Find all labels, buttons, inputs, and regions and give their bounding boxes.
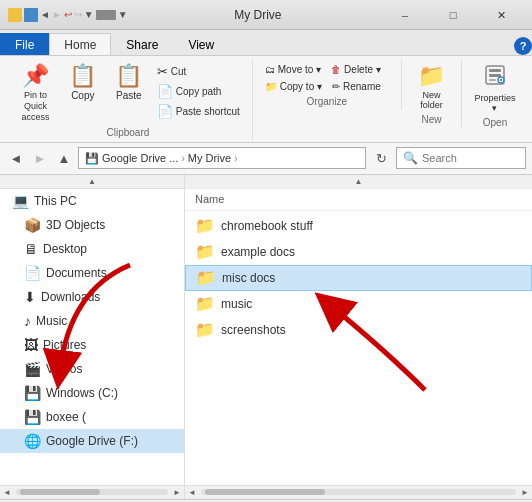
content-hscroll-thumb[interactable] [205,489,325,495]
tab-share[interactable]: Share [111,33,173,55]
delete-icon: 🗑 [331,64,341,75]
sidebar-item-downloads[interactable]: ⬇ Downloads [0,285,184,309]
3d-objects-icon: 📦 [24,217,41,233]
file-list: 📁 chromebook stuff 📁 example docs 📁 misc… [185,211,532,345]
3d-objects-label: 3D Objects [46,218,105,232]
paste-button[interactable]: 📋 Paste [107,62,151,103]
new-folder-button[interactable]: 📁 Newfolder [409,62,453,112]
folder-icon-misc-docs: 📁 [196,268,216,287]
pin-to-quick-access-button[interactable]: 📌 Pin to Quickaccess [12,62,59,125]
file-name-example-docs: example docs [221,245,295,259]
tab-view[interactable]: View [173,33,229,55]
sidebar-scroll-right[interactable]: ► [170,488,184,497]
minimize-button[interactable] [382,0,428,30]
content-scroll-right[interactable]: ► [518,488,532,497]
tab-file[interactable]: File [0,33,49,55]
help-icon[interactable]: ? [514,37,532,55]
windows-c-icon: 💾 [24,385,41,401]
clipboard-buttons: 📌 Pin to Quickaccess 📋 Copy 📋 Paste ✂Cut… [12,62,244,125]
file-item-misc-docs[interactable]: 📁 misc docs [185,265,532,291]
sidebar-item-pictures[interactable]: 🖼 Pictures [0,333,184,357]
title-bar-arrow2[interactable]: ▼ [118,9,128,20]
path-part2: My Drive [188,152,231,164]
organize-buttons: 🗂Move to ▾ 🗑 Delete ▾ 📁Copy to ▾ ✏Rename [261,62,393,94]
file-item-example-docs[interactable]: 📁 example docs [185,239,532,265]
copy-to-button[interactable]: 📁Copy to ▾ [261,79,326,94]
content-hscroll[interactable]: ◄ ► [185,485,532,499]
sidebar-item-music[interactable]: ♪ Music [0,309,184,333]
maximize-button[interactable] [430,0,476,30]
this-pc-label: This PC [34,194,77,208]
content-hscroll-track [201,489,516,495]
tab-home[interactable]: Home [49,33,111,55]
organize-label: Organize [307,96,348,107]
cut-button[interactable]: ✂Cut [153,62,244,81]
folder-icon-chromebook: 📁 [195,216,215,235]
title-bar-arrow-down[interactable]: ▼ [84,9,94,20]
search-icon: 🔍 [403,151,418,165]
pin-icon: 📌 [22,64,49,88]
sidebar-scroll-up[interactable]: ▲ [0,175,184,189]
properties-button[interactable]: Properties▾ [468,62,521,115]
column-name-header[interactable]: Name [195,193,522,205]
app-icon-yellow [8,8,22,22]
documents-icon: 📄 [24,265,41,281]
videos-icon: 🎬 [24,361,41,377]
delete-label: Delete ▾ [344,64,381,75]
this-pc-icon: 💻 [12,193,29,209]
downloads-label: Downloads [41,290,100,304]
content-container: ▲ Name 📁 chromebook stuff 📁 example docs… [185,175,532,499]
up-button[interactable]: ▲ [54,148,74,168]
ribbon-group-open: Properties▾ Open [462,60,528,130]
address-path[interactable]: 💾 Google Drive ... › My Drive › [78,147,366,169]
back-button[interactable]: ◄ [6,148,26,168]
title-bar-icons: ◄ ► ↩ ↪ ▼ ▼ [8,8,128,22]
sidebar-item-windows-c[interactable]: 💾 Windows (C:) [0,381,184,405]
sidebar-item-documents[interactable]: 📄 Documents [0,261,184,285]
pictures-icon: 🖼 [24,337,38,353]
sidebar-item-google-drive[interactable]: 🌐 Google Drive (F:) [0,429,184,453]
content-scroll-up[interactable]: ▲ [185,175,532,189]
file-name-chromebook-stuff: chromebook stuff [221,219,313,233]
title-bar-redo[interactable]: ↪ [74,9,82,20]
copy-label: Copy [71,90,94,101]
file-name-music: music [221,297,252,311]
open-buttons: Properties▾ [468,62,521,115]
file-item-music[interactable]: 📁 music [185,291,532,317]
search-input[interactable] [422,152,512,164]
sidebar-item-this-pc[interactable]: 💻 This PC [0,189,184,213]
sidebar-item-3d-objects[interactable]: 📦 3D Objects [0,213,184,237]
ribbon-group-new: 📁 Newfolder New [402,60,462,127]
forward-button[interactable]: ► [30,148,50,168]
file-item-chromebook-stuff[interactable]: 📁 chromebook stuff [185,213,532,239]
new-folder-icon: 📁 [418,64,445,88]
paste-shortcut-icon: 📄 [157,104,173,119]
ribbon-group-clipboard: 📌 Pin to Quickaccess 📋 Copy 📋 Paste ✂Cut… [4,60,253,140]
boxee-label: boxee ( [46,410,86,424]
sidebar-hscroll-thumb[interactable] [20,489,100,495]
close-button[interactable] [478,0,524,30]
copy-path-label: Copy path [176,86,222,97]
path-sep1: › [181,153,184,164]
sidebar-item-boxee[interactable]: 💾 boxee ( [0,405,184,429]
title-bar-back[interactable]: ◄ [40,9,50,20]
sidebar-item-videos[interactable]: 🎬 Videos [0,357,184,381]
paste-label: Paste [116,90,142,101]
sidebar-item-desktop[interactable]: 🖥 Desktop [0,237,184,261]
copy-button[interactable]: 📋 Copy [61,62,105,103]
move-to-button[interactable]: 🗂Move to ▾ [261,62,325,77]
sidebar: ▲ 💻 This PC 📦 3D Objects 🖥 Desktop 📄 Doc… [0,175,185,485]
svg-rect-2 [489,74,501,77]
sidebar-scroll-left[interactable]: ◄ [0,488,14,497]
pin-label: Pin to Quickaccess [18,90,53,122]
delete-button[interactable]: 🗑 Delete ▾ [327,62,385,77]
rename-button[interactable]: ✏Rename [328,79,385,94]
copy-path-button[interactable]: 📄Copy path [153,82,244,101]
sidebar-hscroll[interactable]: ◄ ► [0,485,184,499]
content-scroll-left[interactable]: ◄ [185,488,199,497]
paste-shortcut-button[interactable]: 📄Paste shortcut [153,102,244,121]
title-bar-forward[interactable]: ► [52,9,62,20]
refresh-button[interactable]: ↻ [370,147,392,169]
title-bar-undo[interactable]: ↩ [64,9,72,20]
file-item-screenshots[interactable]: 📁 screenshots [185,317,532,343]
